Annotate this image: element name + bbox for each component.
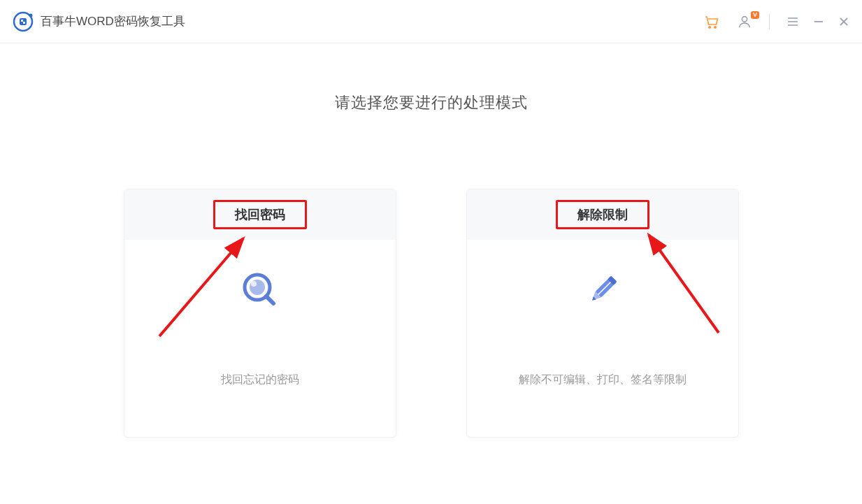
divider: [769, 14, 770, 29]
card-header: 解除限制: [467, 189, 738, 240]
main-content: 请选择您要进行的处理模式 找回密码 找回忘记的密码: [0, 43, 862, 438]
close-icon[interactable]: [838, 16, 849, 27]
window-controls: [786, 15, 849, 28]
cards-container: 找回密码 找回忘记的密码: [0, 189, 862, 438]
svg-point-5: [709, 26, 711, 28]
title-right: V: [703, 13, 849, 30]
card-recover-password[interactable]: 找回密码 找回忘记的密码: [124, 189, 396, 438]
svg-rect-3: [23, 22, 25, 24]
app-logo-icon: [13, 11, 34, 32]
cart-icon[interactable]: [703, 13, 720, 30]
card-title: 找回密码: [235, 208, 285, 222]
svg-line-17: [266, 296, 273, 303]
user-icon[interactable]: V: [737, 14, 752, 29]
svg-rect-2: [21, 20, 23, 22]
vip-badge: V: [751, 11, 759, 19]
annotation-highlight-box: 找回密码: [213, 200, 307, 229]
minimize-icon[interactable]: [813, 16, 824, 27]
magnifier-icon: [239, 269, 281, 311]
title-left: 百事牛WORD密码恢复工具: [13, 11, 185, 32]
svg-point-7: [742, 16, 747, 21]
app-title: 百事牛WORD密码恢复工具: [41, 13, 185, 29]
card-title: 解除限制: [577, 208, 628, 222]
svg-point-16: [251, 281, 257, 287]
card-header: 找回密码: [124, 189, 396, 240]
annotation-highlight-box: 解除限制: [556, 200, 649, 229]
svg-point-6: [714, 26, 717, 28]
titlebar: 百事牛WORD密码恢复工具 V: [0, 0, 862, 43]
pencil-icon: [582, 269, 624, 311]
card-body: 解除不可编辑、打印、签名等限制: [467, 240, 738, 437]
card-desc: 找回忘记的密码: [221, 373, 299, 387]
menu-icon[interactable]: [786, 15, 799, 28]
card-body: 找回忘记的密码: [124, 240, 396, 437]
card-remove-restriction[interactable]: 解除限制 解除不可编辑、打印、签名等限制: [466, 189, 739, 438]
svg-point-4: [29, 13, 33, 17]
card-desc: 解除不可编辑、打印、签名等限制: [519, 373, 687, 387]
main-heading: 请选择您要进行的处理模式: [0, 92, 862, 113]
